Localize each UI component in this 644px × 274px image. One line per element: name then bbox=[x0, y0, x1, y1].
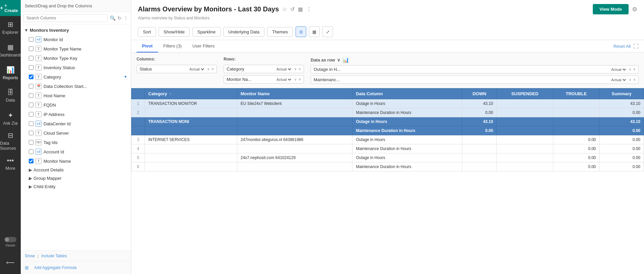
column-item-tag-ids[interactable]: T🏷 Tag Ids bbox=[21, 138, 131, 147]
refresh-icon[interactable]: ↻ bbox=[117, 15, 122, 21]
card-view-button[interactable]: ▦ bbox=[309, 26, 320, 37]
layout-icon[interactable]: ▦ bbox=[298, 6, 303, 12]
underlying-data-button[interactable]: Underlying Data bbox=[223, 27, 264, 37]
create-button[interactable]: + + Create bbox=[0, 0, 21, 16]
search-icon[interactable]: 🔍 bbox=[110, 15, 115, 21]
nav-item-ask-zia[interactable]: ✦ Ask Zia bbox=[0, 107, 21, 130]
reset-all-link[interactable]: Reset All bbox=[614, 44, 631, 49]
settings-icon[interactable]: ⚙ bbox=[632, 6, 637, 13]
data-table-container[interactable]: Category ↑ Monitor Name Data Column DOWN bbox=[131, 88, 644, 274]
expand-view-button[interactable]: ⤢ bbox=[322, 26, 333, 37]
column-item-host-name[interactable]: T Host Name bbox=[21, 91, 131, 100]
monitor-cell: 247monitor.sitegurus.nl 643861986 bbox=[237, 135, 352, 144]
data-row-section: Data as row ∨ 📊 Outage in H... Actual ∨ … bbox=[311, 57, 639, 84]
nav-item-dashboards[interactable]: ▦ Dashboards bbox=[0, 39, 21, 61]
sort-arrow-icon: ↑ bbox=[170, 92, 171, 96]
field-close-outage[interactable]: × bbox=[633, 67, 636, 72]
nav-item-reports[interactable]: 📊 Reports bbox=[0, 61, 21, 84]
star-icon[interactable]: ☆ bbox=[282, 6, 287, 12]
col-checkbox-monitor-type-name[interactable] bbox=[29, 46, 33, 51]
row-num-cell: 3 bbox=[132, 135, 145, 144]
column-item-data-collection-start[interactable]: 📅 Data Collection Start... bbox=[21, 82, 131, 91]
tab-filters[interactable]: Filters (3) bbox=[158, 40, 187, 52]
viewer-toggle[interactable] bbox=[4, 237, 16, 242]
col-header-category[interactable]: Category ↑ bbox=[145, 89, 237, 99]
column-group-header[interactable]: ▼ Monitors Inventory bbox=[21, 26, 131, 35]
table-grid-icon: ⊞ bbox=[299, 29, 303, 34]
col-header-suspended[interactable]: SUSPENDED bbox=[497, 89, 553, 99]
nav-item-expand[interactable]: ⟵ bbox=[0, 251, 21, 274]
row-num-cell: 1 bbox=[132, 99, 145, 108]
column-item-fqdn[interactable]: T FQDN bbox=[21, 100, 131, 110]
col-checkbox-tag-ids[interactable] bbox=[29, 140, 33, 145]
category-cell bbox=[145, 108, 237, 117]
col-checkbox-cloud-server[interactable] bbox=[29, 131, 33, 135]
nav-item-explorer[interactable]: ⊞ Explorer bbox=[0, 16, 21, 39]
show-link[interactable]: Show bbox=[25, 254, 35, 258]
col-checkbox-ip-address[interactable] bbox=[29, 112, 33, 117]
col-header-summary[interactable]: Summary bbox=[599, 89, 644, 99]
col-header-data-column[interactable]: Data Column bbox=[352, 89, 462, 99]
col-checkbox-datacenter-id[interactable] bbox=[29, 121, 33, 126]
table-view-button[interactable]: ⊞ bbox=[296, 26, 306, 37]
field-agg-outage[interactable]: Actual bbox=[610, 67, 627, 72]
column-item-monitor-name[interactable]: T Monitor Name bbox=[21, 156, 131, 166]
view-mode-button[interactable]: View Mode bbox=[593, 4, 629, 14]
field-agg-maintenance[interactable]: Actual bbox=[610, 78, 627, 82]
subgroup-account-details[interactable]: ▶ Account Details bbox=[21, 166, 131, 174]
tab-user-filters[interactable]: User Filters bbox=[187, 40, 220, 52]
column-item-monitor-type-key[interactable]: T Monitor Type Key bbox=[21, 53, 131, 63]
sparkline-button[interactable]: Sparkline bbox=[192, 27, 221, 37]
col-checkbox-monitor-name[interactable] bbox=[29, 159, 33, 163]
column-item-category[interactable]: T Category ▼ bbox=[21, 72, 131, 82]
nav-item-data[interactable]: 🗄 Data bbox=[0, 84, 21, 107]
tab-pivot[interactable]: Pivot bbox=[137, 40, 158, 52]
themes-button[interactable]: Themes bbox=[267, 27, 293, 37]
chart-icon[interactable]: 📊 bbox=[342, 57, 349, 63]
col-checkbox-data-collection-start[interactable] bbox=[29, 84, 33, 89]
show-hide-button[interactable]: Show/Hide bbox=[159, 27, 190, 37]
data-col-cell: Maintenance Duration in Hours bbox=[352, 126, 462, 135]
col-header-trouble[interactable]: TROUBLE bbox=[553, 89, 599, 99]
more-columns-icon[interactable]: ⋮ bbox=[124, 15, 128, 21]
column-item-cloud-server[interactable]: T Cloud Server bbox=[21, 128, 131, 138]
report-title-row: Alarms Overview by Monitors - Last 30 Da… bbox=[138, 4, 637, 14]
category-cell bbox=[145, 126, 237, 135]
subgroup-arrow: ▶ bbox=[29, 167, 32, 172]
monitor-cell bbox=[237, 144, 352, 153]
col-checkbox-monitor-id[interactable] bbox=[29, 37, 33, 42]
col-header-down[interactable]: DOWN bbox=[462, 89, 497, 99]
col-checkbox-inventory-status[interactable] bbox=[29, 65, 33, 70]
col-checkbox-category[interactable] bbox=[29, 75, 33, 79]
more-report-icon[interactable]: ⋮ bbox=[306, 6, 312, 12]
field-close-status[interactable]: × bbox=[212, 67, 214, 72]
sort-button[interactable]: Sort bbox=[138, 27, 156, 37]
column-item-account-id[interactable]: +# Account Id bbox=[21, 147, 131, 156]
include-tables-link[interactable]: Include Tables bbox=[41, 254, 67, 258]
col-checkbox-monitor-type-key[interactable] bbox=[29, 56, 33, 60]
nav-item-more[interactable]: ••• More bbox=[0, 152, 21, 175]
column-item-monitor-id[interactable]: +# Monitor Id bbox=[21, 35, 131, 44]
subgroup-group-mapper[interactable]: ▶ Group Mapper bbox=[21, 174, 131, 182]
refresh-report-icon[interactable]: ↺ bbox=[290, 6, 295, 12]
column-item-datacenter-id[interactable]: +# DataCenter Id bbox=[21, 119, 131, 128]
search-input[interactable] bbox=[23, 14, 108, 22]
add-formula-button[interactable]: Add Aggregate Formula bbox=[31, 264, 79, 271]
column-item-monitor-type-name[interactable]: T Monitor Type Name bbox=[21, 44, 131, 53]
subgroup-child-entity[interactable]: ▶ Child Entity bbox=[21, 182, 131, 191]
col-checkbox-host-name[interactable] bbox=[29, 93, 33, 98]
field-agg-category[interactable]: Actual bbox=[275, 67, 292, 72]
field-close-maintenance[interactable]: × bbox=[633, 78, 636, 82]
column-item-inventory-status[interactable]: T Inventory Status bbox=[21, 63, 131, 72]
col-checkbox-account-id[interactable] bbox=[29, 149, 33, 154]
field-agg-status[interactable]: Actual bbox=[188, 67, 205, 72]
field-close-category[interactable]: × bbox=[299, 67, 301, 72]
nav-item-data-sources[interactable]: ⊟ Data Sources bbox=[0, 130, 21, 152]
suspended-cell bbox=[497, 108, 553, 117]
field-close-monitor-na[interactable]: × bbox=[299, 77, 301, 82]
column-item-ip-address[interactable]: T IP Address bbox=[21, 110, 131, 119]
col-header-monitor-name[interactable]: Monitor Name bbox=[237, 89, 352, 99]
field-agg-monitor-na[interactable]: Actual bbox=[275, 77, 292, 82]
col-checkbox-fqdn[interactable] bbox=[29, 103, 33, 107]
pivot-expand-icon[interactable]: ⛶ bbox=[633, 43, 639, 49]
